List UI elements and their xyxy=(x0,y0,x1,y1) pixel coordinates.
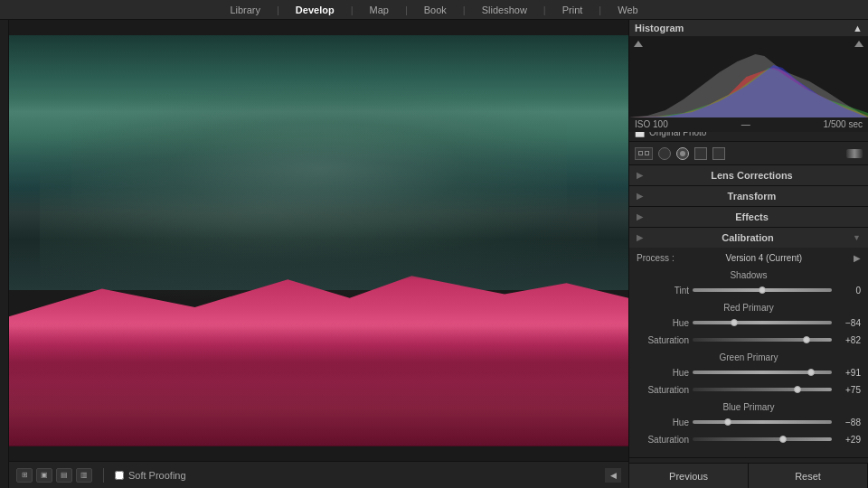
histogram-header: Histogram ▲ xyxy=(629,20,868,36)
tint-thumb[interactable] xyxy=(759,286,766,294)
nav-sep-1: | xyxy=(277,5,279,15)
lens-corrections-section: ▶ Lens Corrections xyxy=(629,165,868,186)
loupe-view-button[interactable]: ▣ xyxy=(36,468,52,483)
red-sat-slider[interactable] xyxy=(693,338,832,342)
red-sat-label: Saturation xyxy=(637,335,689,345)
crop-tool-button[interactable] xyxy=(658,147,671,160)
red-sat-thumb[interactable] xyxy=(803,336,810,343)
soft-proofing-group: Soft Proofing xyxy=(115,470,186,481)
transform-header[interactable]: ▶ Transform xyxy=(629,186,868,206)
green-hue-value: +91 xyxy=(835,368,861,378)
nav-book[interactable]: Book xyxy=(424,5,447,15)
green-sat-row: Saturation +75 xyxy=(637,382,861,397)
histogram-title: Histogram xyxy=(635,23,684,33)
tint-value: 0 xyxy=(835,286,861,296)
process-dropdown-arrow[interactable]: ▶ xyxy=(854,253,861,263)
histogram-svg xyxy=(629,36,868,117)
green-sat-thumb[interactable] xyxy=(794,386,801,393)
compare-view-button[interactable]: ▤ xyxy=(56,468,72,483)
panel-toggle-cal: ▼ xyxy=(853,233,861,242)
panel-collapse-button[interactable]: ◀ xyxy=(605,468,621,483)
histogram-iso: ISO 100 xyxy=(635,119,668,130)
lens-corrections-title: Lens Corrections xyxy=(711,170,792,181)
red-sat-row: Saturation +82 xyxy=(637,333,861,347)
blue-hue-row: Hue −88 xyxy=(637,415,861,429)
transform-title: Transform xyxy=(728,191,777,202)
blue-primary-title: Blue Primary xyxy=(637,402,861,412)
calibration-title: Calibration xyxy=(722,232,773,243)
nav-print[interactable]: Print xyxy=(562,5,583,15)
nav-map[interactable]: Map xyxy=(370,5,389,15)
survey-view-button[interactable]: ▥ xyxy=(76,468,92,483)
blue-sat-row: Saturation +29 xyxy=(637,432,861,446)
tool-icons-group: ⊞ ▣ ▤ ▥ xyxy=(16,468,92,483)
shadows-title: Shadows xyxy=(637,270,861,280)
left-panel xyxy=(0,20,9,488)
red-primary-group: Red Primary Hue −84 Saturation xyxy=(637,303,861,347)
green-hue-thumb[interactable] xyxy=(807,369,815,376)
tint-row: Tint 0 xyxy=(637,283,861,297)
panel-left-toggle-tr: ▶ xyxy=(637,192,643,201)
effects-title: Effects xyxy=(735,211,769,222)
panel-left-toggle-ef: ▶ xyxy=(637,212,643,221)
exposure-slider-mini[interactable] xyxy=(846,149,863,158)
red-hue-slider[interactable] xyxy=(693,321,832,324)
shadows-group: Shadows Tint 0 xyxy=(637,270,861,297)
graduated-filter-button[interactable] xyxy=(712,147,725,160)
green-primary-title: Green Primary xyxy=(637,352,861,362)
process-value: Version 4 (Current) xyxy=(726,253,802,263)
blue-hue-value: −88 xyxy=(835,418,861,427)
red-hue-thumb[interactable] xyxy=(731,319,738,326)
green-primary-group: Green Primary Hue +91 Saturation xyxy=(637,352,861,397)
reset-button[interactable]: Reset xyxy=(749,464,868,488)
toolbar-separator xyxy=(103,468,104,483)
nav-sep-3: | xyxy=(405,5,408,15)
red-primary-title: Red Primary xyxy=(637,303,861,313)
image-container xyxy=(9,20,628,461)
effects-header[interactable]: ▶ Effects xyxy=(629,207,868,227)
soft-proofing-checkbox[interactable] xyxy=(115,471,124,480)
nav-sep-4: | xyxy=(463,5,466,15)
green-sat-slider[interactable] xyxy=(693,388,832,391)
photo-canvas xyxy=(9,35,628,446)
process-row: Process : Version 4 (Current) ▶ xyxy=(637,253,861,263)
previous-button[interactable]: Previous xyxy=(629,464,749,488)
spot-removal-tool-button[interactable] xyxy=(676,147,689,160)
panels-scroll[interactable]: ▶ Lens Corrections ▶ Transform ▶ Effects xyxy=(629,165,868,463)
red-sat-value: +82 xyxy=(835,335,861,345)
histogram-arrow[interactable]: ▲ xyxy=(853,23,863,33)
nav-slideshow[interactable]: Slideshow xyxy=(482,5,527,15)
transform-section: ▶ Transform xyxy=(629,186,868,207)
process-label: Process : xyxy=(637,253,675,263)
histogram-shutter: 1/500 sec xyxy=(824,119,863,130)
basic-tool-button[interactable] xyxy=(635,147,653,160)
calibration-section: ▶ Calibration ▼ Process : Version 4 (Cur… xyxy=(629,228,868,458)
nav-library[interactable]: Library xyxy=(230,5,260,15)
bottom-buttons: Previous Reset xyxy=(629,463,868,488)
histogram-info: ISO 100 — 1/500 sec xyxy=(629,117,868,132)
blue-hue-slider[interactable] xyxy=(693,420,832,424)
blue-sat-thumb[interactable] xyxy=(779,436,787,443)
blue-primary-group: Blue Primary Hue −88 Saturation xyxy=(637,402,861,446)
lens-corrections-header[interactable]: ▶ Lens Corrections xyxy=(629,165,868,185)
green-hue-row: Hue +91 xyxy=(637,365,861,380)
histogram-canvas xyxy=(629,36,868,117)
histogram-sep: — xyxy=(741,119,750,130)
effects-section: ▶ Effects xyxy=(629,207,868,228)
grid-view-button[interactable]: ⊞ xyxy=(16,468,33,483)
green-hue-slider[interactable] xyxy=(693,371,832,374)
nav-sep-2: | xyxy=(351,5,354,15)
calibration-header[interactable]: ▶ Calibration ▼ xyxy=(629,228,868,248)
blue-sat-value: +29 xyxy=(835,435,861,445)
blue-hue-thumb[interactable] xyxy=(724,418,731,426)
center-area: ⊞ ▣ ▤ ▥ Soft Proofing ◀ xyxy=(9,20,628,488)
nav-web[interactable]: Web xyxy=(618,5,637,15)
nav-develop[interactable]: Develop xyxy=(296,5,335,15)
blue-sat-slider[interactable] xyxy=(693,437,832,441)
panel-left-toggle-lc: ▶ xyxy=(637,171,643,180)
red-eye-tool-button[interactable] xyxy=(694,147,707,160)
red-hue-label: Hue xyxy=(637,318,689,328)
tint-slider[interactable] xyxy=(693,288,832,292)
nav-sep-6: | xyxy=(599,5,601,15)
green-sat-value: +75 xyxy=(835,385,861,395)
